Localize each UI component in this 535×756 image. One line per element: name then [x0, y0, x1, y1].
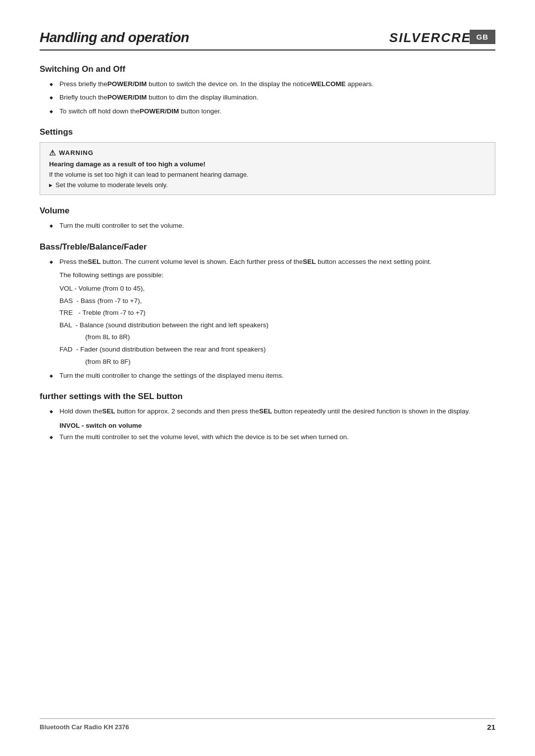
page-footer: Bluetooth Car Radio KH 2376 21: [40, 718, 495, 731]
page-title: Handling and operation: [40, 30, 189, 46]
section-settings: Settings ⚠ WARNING Hearing damage as a r…: [40, 127, 495, 196]
section-further-settings: further settings with the SEL button Hol…: [40, 392, 495, 442]
warning-icon: ⚠: [49, 149, 56, 157]
list-item: Press the SEL button. The current volume…: [40, 257, 495, 267]
invol-subtitle: INVOL - switch on volume: [59, 422, 495, 429]
list-item: VOL - Volume (from 0 to 45),: [59, 283, 495, 294]
list-item: Turn the multi controller to set the vol…: [40, 221, 495, 231]
list-item: FAD - Fader (sound distribution between …: [59, 344, 495, 355]
invol-subtitle-container: INVOL - switch on volume: [40, 422, 495, 429]
further-bullet-list: Hold down the SEL button for approx. 2 s…: [40, 406, 495, 416]
warning-action: Set the volume to moderate levels only.: [49, 181, 486, 189]
section-title-volume: Volume: [40, 206, 495, 216]
warning-title: ⚠ WARNING: [49, 149, 486, 157]
list-item: Turn the multi controller to set the vol…: [40, 432, 495, 442]
settings-possible-label: The following settings are possible:: [40, 270, 495, 280]
list-item: Turn the multi controller to change the …: [40, 371, 495, 381]
section-title-further: further settings with the SEL button: [40, 392, 495, 402]
list-item: BAL - Balance (sound distribution betwee…: [59, 320, 495, 331]
volume-bullet-list: Turn the multi controller to set the vol…: [40, 221, 495, 231]
list-item: Press briefly the POWER/DIM button to sw…: [40, 79, 495, 89]
page-header-area: Handling and operation SILVERCREST® GB: [40, 30, 495, 50]
section-bass-treble: Bass/Treble/Balance/Fader Press the SEL …: [40, 242, 495, 381]
warning-text: If the volume is set too high it can lea…: [49, 170, 486, 180]
page-header: Handling and operation SILVERCREST®: [40, 30, 495, 50]
page: Handling and operation SILVERCREST® GB S…: [0, 0, 535, 756]
section-switching: Switching On and Off Press briefly the P…: [40, 64, 495, 116]
list-item: Briefly touch the POWER/DIM button to di…: [40, 93, 495, 102]
list-item: (from 8R to 8F): [59, 356, 495, 367]
section-title-switching: Switching On and Off: [40, 64, 495, 74]
bass-treble-bullet-list-2: Turn the multi controller to change the …: [40, 371, 495, 381]
warning-subtitle: Hearing damage as a result of too high a…: [49, 160, 486, 168]
section-title-bass-treble: Bass/Treble/Balance/Fader: [40, 242, 495, 252]
footer-product-label: Bluetooth Car Radio KH 2376: [40, 723, 129, 731]
invol-bullet-list: Turn the multi controller to set the vol…: [40, 432, 495, 442]
section-title-settings: Settings: [40, 127, 495, 137]
section-volume: Volume Turn the multi controller to set …: [40, 206, 495, 231]
bass-treble-bullet-list: Press the SEL button. The current volume…: [40, 257, 495, 267]
footer-page-number: 21: [487, 723, 495, 731]
switching-bullet-list: Press briefly the POWER/DIM button to sw…: [40, 79, 495, 116]
list-item: To switch off hold down the POWER/DIM bu…: [40, 106, 495, 116]
warning-box: ⚠ WARNING Hearing damage as a result of …: [40, 142, 495, 196]
language-badge: GB: [470, 30, 496, 44]
list-item: (from 8L to 8R): [59, 332, 495, 343]
list-item: TRE - Treble (from -7 to +7): [59, 307, 495, 318]
list-item: Hold down the SEL button for approx. 2 s…: [40, 406, 495, 416]
list-item: BAS - Bass (from -7 to +7),: [59, 296, 495, 306]
settings-values-list: VOL - Volume (from 0 to 45), BAS - Bass …: [59, 283, 495, 367]
